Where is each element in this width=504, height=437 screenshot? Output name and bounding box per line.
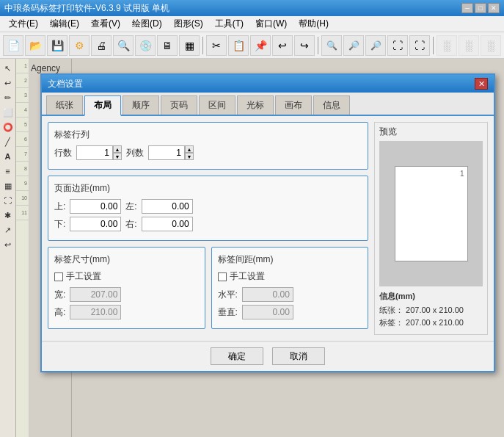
- minimize-button[interactable]: ─: [461, 3, 473, 13]
- toolbar-separator-2: [318, 37, 318, 54]
- tab-page[interactable]: 页码: [161, 95, 197, 115]
- grid-button[interactable]: ▦: [179, 35, 200, 56]
- dialog-title-text: 文档设置: [48, 78, 475, 90]
- undo-button[interactable]: ↩: [272, 35, 293, 56]
- tb-extra1[interactable]: ░: [437, 35, 457, 56]
- menu-draw[interactable]: 绘图(D): [126, 16, 168, 32]
- paste-button[interactable]: 📌: [250, 35, 271, 56]
- row-input[interactable]: [76, 145, 113, 160]
- preview-page: 1: [395, 166, 468, 261]
- zoom-in-button[interactable]: 🔍: [321, 35, 342, 56]
- frame-button[interactable]: ⛶: [409, 35, 430, 56]
- label-gap-v-input[interactable]: [242, 305, 293, 319]
- preview-title: 预览: [375, 123, 487, 141]
- zoom-out-button[interactable]: 🔎: [343, 35, 364, 56]
- row-spin-up[interactable]: ▲: [113, 145, 122, 153]
- col-input[interactable]: [148, 145, 185, 160]
- tab-canvas[interactable]: 画布: [275, 95, 312, 115]
- fullscreen-button[interactable]: ⛶: [387, 35, 408, 56]
- maximize-button[interactable]: □: [475, 3, 486, 13]
- tab-cursor[interactable]: 光标: [237, 95, 274, 115]
- label-gap-section: 标签间距(mm) 手工设置 水平: 垂直:: [211, 247, 369, 329]
- dialog-close-button[interactable]: ✕: [475, 78, 488, 90]
- tab-range[interactable]: 区间: [199, 95, 235, 115]
- label-gap-v-label: 垂直:: [218, 306, 238, 319]
- label-size-manual-checkbox[interactable]: [54, 272, 63, 281]
- screen-button[interactable]: 🖥: [157, 35, 178, 56]
- row-label: 行数: [54, 147, 72, 159]
- print-button[interactable]: 🖨: [91, 35, 112, 56]
- main-area: ↖ ↩ ✏ ⬜ ⭕ ╱ A ≡ ▦ ⛶ ✱ ↗ ↩ 1 2 3 4 5 6 7 …: [0, 59, 504, 437]
- menu-view[interactable]: 查看(V): [85, 16, 126, 32]
- menu-help[interactable]: 帮助(H): [293, 16, 335, 32]
- label-gap-manual-checkbox[interactable]: [218, 272, 227, 281]
- settings-button[interactable]: ⚙: [69, 35, 90, 56]
- toolbar: 📄 📂 💾 ⚙ 🖨 🔍 💿 🖥 ▦ ✂ 📋 📌 ↩ ↪ 🔍 🔎 🔎 ⛶ ⛶ ░ …: [0, 32, 504, 59]
- zoom-fit-button[interactable]: 🔎: [365, 35, 386, 56]
- label-gap-title: 标签间距(mm): [218, 253, 362, 266]
- margin-left-input[interactable]: [142, 199, 193, 214]
- toolbar-separator-1: [202, 37, 203, 54]
- info-title: 信息(mm): [379, 291, 483, 302]
- cut-button[interactable]: ✂: [206, 35, 227, 56]
- new-button[interactable]: 📄: [3, 35, 23, 56]
- margin-bottom-label: 下:: [54, 218, 65, 231]
- label-rows-section: 标签行列 行数 ▲ ▼ 列数: [48, 122, 368, 170]
- page-margin-section: 页面边距(mm) 上: 左: 下: 右:: [48, 176, 368, 241]
- db-button[interactable]: 💿: [135, 35, 156, 56]
- label-width-input[interactable]: [70, 287, 121, 302]
- label-width-row: 宽:: [54, 287, 199, 302]
- menu-window[interactable]: 窗口(W): [249, 16, 293, 32]
- label-height-input[interactable]: [70, 305, 121, 319]
- label-gap-manual-label: 手工设置: [230, 270, 265, 283]
- tab-bar: 纸张 布局 顺序 页码 区间 光标 画布 信息: [42, 93, 494, 116]
- preview-area: 1: [379, 141, 483, 286]
- info-label-label: 标签：: [379, 318, 403, 327]
- margin-top-input[interactable]: [70, 199, 121, 214]
- col-spin-down[interactable]: ▼: [185, 153, 194, 160]
- bottom-sections: 标签尺寸(mm) 手工设置 宽: 高:: [48, 247, 368, 335]
- row-spin-down[interactable]: ▼: [113, 153, 122, 160]
- page-margin-title: 页面边距(mm): [54, 182, 362, 195]
- title-bar: 中琅条码标签打印软件-V6.3.9 试用版 单机 ─ □ ✕: [0, 0, 504, 16]
- col-label: 列数: [126, 147, 144, 159]
- open-button[interactable]: 📂: [25, 35, 45, 56]
- cancel-button[interactable]: 取消: [272, 347, 325, 365]
- margin-bottom-input[interactable]: [70, 217, 121, 231]
- margin-right-label: 右:: [125, 218, 136, 231]
- left-panel: 标签行列 行数 ▲ ▼ 列数: [48, 122, 368, 335]
- info-paper-label: 纸张：: [379, 306, 403, 314]
- menu-tools[interactable]: 工具(T): [209, 16, 249, 32]
- margin-right-input[interactable]: [142, 217, 193, 231]
- menu-edit[interactable]: 编辑(E): [44, 16, 85, 32]
- dialog-overlay: 文档设置 ✕ 纸张 布局 顺序 页码 区间 光标 画布 信息: [0, 59, 504, 437]
- tab-layout[interactable]: 布局: [84, 95, 121, 116]
- info-label-value: 207.00 x 210.00: [406, 318, 464, 327]
- menu-bar: 文件(E) 编辑(E) 查看(V) 绘图(D) 图形(S) 工具(T) 窗口(W…: [0, 16, 504, 32]
- dialog-title-bar: 文档设置 ✕: [42, 75, 494, 93]
- menu-shape[interactable]: 图形(S): [168, 16, 209, 32]
- col-spin-buttons: ▲ ▼: [185, 145, 194, 160]
- confirm-button[interactable]: 确定: [211, 347, 263, 365]
- tb-extra2[interactable]: ░: [459, 35, 479, 56]
- margin-bottom-row: 下: 右:: [54, 217, 362, 231]
- app-title: 中琅条码标签打印软件-V6.3.9 试用版 单机: [4, 2, 461, 15]
- close-app-button[interactable]: ✕: [488, 3, 500, 13]
- tab-order[interactable]: 顺序: [123, 95, 159, 115]
- info-paper-row: 纸张： 207.00 x 210.00: [379, 305, 483, 316]
- label-size-manual-row: 手工设置: [54, 270, 199, 283]
- menu-file[interactable]: 文件(E): [3, 16, 44, 32]
- label-gap-manual-row: 手工设置: [218, 270, 362, 283]
- redo-button[interactable]: ↪: [294, 35, 315, 56]
- tb-extra3[interactable]: ░: [481, 35, 501, 56]
- margin-top-label: 上:: [54, 201, 65, 213]
- copy-button[interactable]: 📋: [228, 35, 249, 56]
- tab-paper[interactable]: 纸张: [46, 95, 83, 115]
- margin-top-row: 上: 左:: [54, 199, 362, 214]
- label-gap-h-label: 水平:: [218, 289, 238, 301]
- col-spin-up[interactable]: ▲: [185, 145, 194, 153]
- preview-button[interactable]: 🔍: [113, 35, 134, 56]
- label-gap-h-input[interactable]: [242, 287, 293, 302]
- tab-info[interactable]: 信息: [313, 95, 350, 115]
- save-button[interactable]: 💾: [47, 35, 67, 56]
